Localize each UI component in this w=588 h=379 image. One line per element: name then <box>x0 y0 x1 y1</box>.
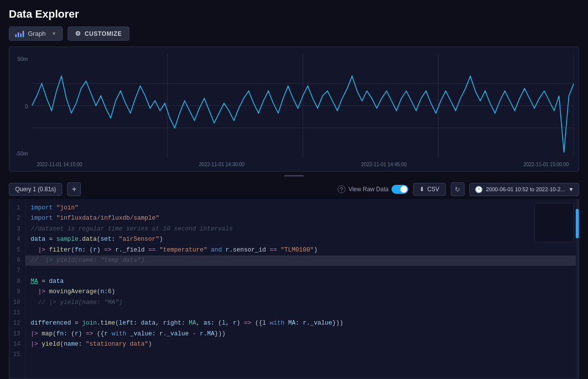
code-line-8: MA = data <box>30 277 574 287</box>
editor-area[interactable]: 12345 678910 1112131415 import "join" im… <box>9 199 579 379</box>
code-line-10: // |> yield(name: "MA") <box>30 298 574 308</box>
clock-icon: 🕐 <box>475 186 483 193</box>
y-label-top: 50m <box>14 56 28 62</box>
code-line-7 <box>30 266 574 276</box>
divider-bar <box>284 175 304 177</box>
x-label-4: 2022-11-01 15:00:00 <box>523 162 569 167</box>
add-query-button[interactable]: + <box>67 182 81 196</box>
code-line-11 <box>30 308 574 318</box>
time-range-label: 2000-06-01 10:52 to 2022-10-2... <box>486 186 565 192</box>
code-line-3: //dataset is regular time series at 10 s… <box>30 224 574 234</box>
code-line-15 <box>30 350 574 360</box>
page-container: Data Explorer Graph ▼ ⚙ CUSTOMIZE 50m 0 … <box>0 0 588 379</box>
chart-container: 50m 0 -50m 2022-11-01 <box>9 47 579 172</box>
gear-icon: ⚙ <box>75 30 81 37</box>
graph-icon <box>15 30 24 37</box>
scrollbar-track <box>576 199 579 379</box>
graph-button[interactable]: Graph ▼ <box>9 26 63 41</box>
query-label: Query 1 (0.81s) <box>9 183 62 196</box>
line-numbers: 12345 678910 1112131415 <box>9 199 25 379</box>
y-label-bot: -50m <box>14 151 28 156</box>
editor-inner: 12345 678910 1112131415 import "join" im… <box>9 199 579 379</box>
y-label-mid: 0 <box>14 103 28 109</box>
graph-label: Graph <box>28 30 46 37</box>
code-line-1: import "join" <box>30 203 574 213</box>
query-bar: Query 1 (0.81s) + ? View Raw Data ⬇ CSV … <box>9 179 579 199</box>
scrollbar-thumb[interactable] <box>576 209 579 238</box>
customize-label: CUSTOMIZE <box>85 30 122 37</box>
customize-button[interactable]: ⚙ CUSTOMIZE <box>68 26 129 41</box>
view-raw-toggle[interactable] <box>392 185 408 194</box>
code-line-12: differenced = join.time(left: data, righ… <box>30 318 574 328</box>
query-bar-right: ? View Raw Data ⬇ CSV ↻ 🕐 2000-06-01 10:… <box>338 182 579 196</box>
code-line-4: data = sample.data(set: "airSensor") <box>30 234 574 245</box>
time-range-button[interactable]: 🕐 2000-06-01 10:52 to 2022-10-2... ▼ <box>469 183 579 196</box>
chart-svg <box>32 54 574 157</box>
y-axis: 50m 0 -50m <box>14 54 32 167</box>
code-line-14: |> yield(name: "stationary data") <box>30 339 574 350</box>
download-icon: ⬇ <box>419 186 424 193</box>
x-axis: 2022-11-01 14:15:00 2022-11-01 14:30:00 … <box>32 156 574 167</box>
minimap <box>535 203 574 242</box>
divider-handle[interactable] <box>9 172 579 179</box>
chevron-down-icon: ▼ <box>51 31 56 36</box>
code-line-2: import "influxdata/influxdb/sample" <box>30 213 574 224</box>
x-label-3: 2022-11-01 14:45:00 <box>361 162 407 167</box>
chart-area: 50m 0 -50m 2022-11-01 <box>14 54 574 167</box>
x-label-1: 2022-11-01 14:15:00 <box>37 162 82 167</box>
x-label-2: 2022-11-01 14:30:00 <box>199 162 245 167</box>
code-line-9: |> movingAverage(n:6) <box>30 287 574 297</box>
view-raw-data: ? View Raw Data <box>338 185 408 194</box>
refresh-button[interactable]: ↻ <box>451 182 465 196</box>
csv-button[interactable]: ⬇ CSV <box>413 183 446 196</box>
code-line-13: |> map(fn: (r) => ({r with _value: r._va… <box>30 329 574 339</box>
csv-label: CSV <box>427 186 440 193</box>
page-title: Data Explorer <box>9 8 579 21</box>
chart-inner: 2022-11-01 14:15:00 2022-11-01 14:30:00 … <box>32 54 574 167</box>
code-line-6: // |> yield(name: "temp data") <box>25 255 579 266</box>
question-icon: ? <box>338 185 345 193</box>
refresh-icon: ↻ <box>455 186 460 193</box>
code-content: import "join" import "influxdata/influxd… <box>25 199 579 379</box>
toolbar: Graph ▼ ⚙ CUSTOMIZE <box>9 26 579 41</box>
view-raw-label: View Raw Data <box>348 186 389 193</box>
chevron-down-icon: ▼ <box>568 186 574 192</box>
code-line-5: |> filter(fn: (r) => r._field == "temper… <box>30 245 574 255</box>
